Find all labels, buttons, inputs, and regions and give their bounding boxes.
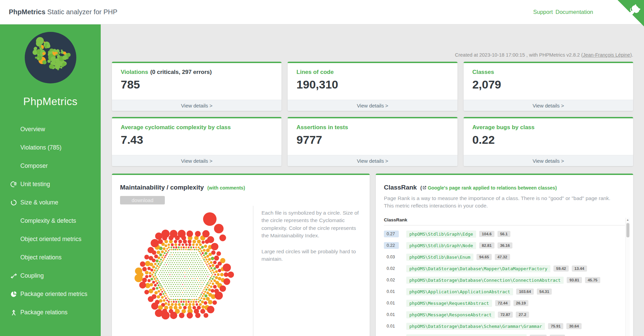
bubble-chart-wrap (120, 206, 253, 336)
sidebar-item-icon (10, 217, 18, 224)
stat-card-title: Assertions in tests (296, 124, 348, 131)
maintainability-title-row: Maintainability / complexity (with comme… (120, 184, 362, 191)
view-details-link[interactable]: View details > (288, 155, 457, 166)
stat-card: Average cyclomatic complexity by class 7… (112, 117, 281, 166)
classrank-class-link[interactable]: phpOMS\Application\ApplicationAbstract (406, 288, 513, 295)
classrank-metric-2: 26.19 (513, 300, 529, 306)
stat-card-value: 0.22 (472, 133, 624, 146)
classrank-row: 0.01 phpOMS\Application\ApplicationAbstr… (384, 288, 625, 295)
stat-card-title: Violations (121, 69, 148, 75)
classrank-table-header: ClassRank (384, 217, 625, 225)
classrank-metric-2: 56.1 (497, 231, 510, 237)
sidebar-item[interactable]: Unit testing (0, 175, 101, 193)
classrank-metric-2: 54.31 (537, 289, 552, 295)
merge-arrows-icon (10, 272, 18, 279)
classrank-class-link[interactable]: phpOMS\DataStorage\Database\Connection\C… (406, 277, 564, 284)
sidebar-item-icon (10, 125, 18, 133)
view-details-link[interactable]: View details > (112, 155, 281, 166)
sidebar-item-label: Violations (785) (20, 144, 61, 151)
maintainability-body: Each file is symbolized by a circle. Siz… (120, 206, 362, 336)
sidebar-item-label: Complexity & defects (20, 217, 76, 224)
sidebar-item[interactable]: Complexity & defects (0, 212, 101, 230)
scrollbar-up-arrow[interactable]: ▲ (626, 218, 630, 222)
view-details-link[interactable]: View details > (464, 100, 633, 111)
classrank-class-link[interactable]: phpOMS\Message\ResponseAbstract (406, 311, 495, 318)
top-nav: Support Documentation (533, 9, 593, 15)
brand: PhpMetrics Static analyzer for PHP (9, 8, 117, 16)
brand-tagline: Static analyzer for PHP (45, 8, 117, 16)
classrank-metric-1: 93.81 (567, 277, 582, 283)
classrank-row: 0.02 phpOMS\DataStorage\Database\Mapper\… (384, 265, 625, 272)
main-content: Created at 2023-10-18 17:00:15 , with PH… (101, 24, 644, 336)
sidebar-item-label: Size & volume (20, 199, 58, 206)
sidebar-item[interactable]: Violations (785) (0, 138, 101, 157)
sidebar-item[interactable]: Overview (0, 120, 101, 138)
classrank-metric-1: 75.91 (548, 323, 563, 329)
maintainability-card: Maintainability / complexity (with comme… (112, 174, 370, 336)
classrank-rank: 0.01 (384, 300, 399, 307)
classrank-rank: 0.01 (384, 323, 399, 330)
split-arrow-icon (10, 309, 18, 316)
author-link[interactable]: Jean-François Lépine (583, 52, 630, 58)
stat-card: Lines of code 190,310 View details > (288, 62, 457, 111)
classrank-class-link[interactable]: phpOMS\DataStorage\Database\Schema\Gramm… (406, 323, 545, 330)
sidebar-item[interactable]: Package oriented metrics (0, 285, 101, 303)
sidebar-item-label: Object oriented metrics (20, 236, 81, 243)
stat-card-value: 190,310 (296, 78, 448, 91)
dashed-circle-icon (10, 199, 18, 206)
sidebar-item[interactable]: Coupling (0, 266, 101, 285)
sidebar-item[interactable]: Object oriented metrics (0, 230, 101, 248)
classrank-rank: 0.27 (384, 231, 399, 237)
support-link[interactable]: Support (533, 9, 553, 15)
sidebar-item[interactable]: Package relations (0, 303, 101, 321)
created-at-line: Created at 2023-10-18 17:00:15 , with PH… (112, 52, 633, 58)
external-link-icon (422, 185, 427, 191)
sidebar-item[interactable]: Size & volume (0, 193, 101, 212)
sidebar-item-label: Package relations (20, 309, 67, 316)
classrank-metric-1: 72.87 (498, 312, 513, 318)
github-corner-ribbon-icon[interactable] (618, 0, 644, 26)
classrank-card: ClassRank (Google's page rank applied to… (376, 174, 633, 336)
view-details-link[interactable]: View details > (112, 100, 281, 111)
classrank-class-link[interactable]: phpOMS\Message\RequestAbstract (406, 300, 492, 307)
view-details-link[interactable]: View details > (288, 100, 457, 111)
classrank-row: 0.03 phpOMS\Stdlib\Base\Enum 94.65 47.32 (384, 254, 625, 261)
sidebar-item-label: Package oriented metrics (20, 291, 87, 298)
maintainability-bubble-chart (126, 208, 247, 331)
classrank-metric-1: 59.42 (553, 265, 569, 272)
sidebar-item[interactable]: Composer (0, 157, 101, 175)
stat-card-value: 7.43 (121, 133, 273, 146)
classrank-scrollbar[interactable]: ▲ (625, 218, 630, 336)
sidebar-item-icon (10, 254, 18, 261)
maintainability-description: Each file is symbolized by a circle. Siz… (253, 206, 362, 336)
created-at-suffix: ). (630, 52, 633, 58)
classrank-row: 0.01 phpOMS\Message\ResponseAbstract 72.… (384, 311, 625, 318)
pagerank-doc-link[interactable]: Google's page rank applied to relations … (428, 185, 557, 191)
classrank-class-link[interactable]: phpOMS\DataStorage\Database\Mapper\DataM… (406, 265, 550, 272)
classrank-metric-2: 47.32 (495, 254, 510, 260)
classrank-class-link[interactable]: phpOMS\DataStorage\Database\BuilderAbstr… (406, 334, 527, 336)
sidebar-item-label: Composer (20, 162, 48, 170)
classrank-rank: 0.02 (384, 265, 399, 272)
classrank-rank: 0.01 (384, 288, 399, 295)
classrank-class-link[interactable]: phpOMS\Stdlib\Graph\Node (406, 242, 476, 249)
sidebar-item[interactable]: Object relations (0, 248, 101, 266)
documentation-link[interactable]: Documentation (555, 9, 593, 15)
sidebar-item-icon (10, 162, 18, 170)
stat-card: Violations(0 criticals, 297 errors) 785 … (112, 62, 281, 111)
maintainability-title: Maintainability / complexity (120, 184, 204, 191)
classrank-class-link[interactable]: phpOMS\Stdlib\Graph\Edge (406, 231, 476, 238)
classrank-metric-1: 72.44 (495, 300, 510, 306)
sidebar-menu: Overview Violations (785) Composer Unit … (0, 120, 101, 321)
stat-card-title: Classes (472, 69, 494, 75)
flask-icon (10, 180, 18, 188)
stat-card-subtitle: (0 criticals, 297 errors) (150, 69, 212, 75)
classrank-title: ClassRank (384, 184, 417, 191)
classrank-class-link[interactable]: phpOMS\Stdlib\Base\Enum (406, 254, 473, 261)
view-details-link[interactable]: View details > (464, 155, 633, 166)
classrank-row: 0.01 phpOMS\Message\RequestAbstract 72.4… (384, 300, 625, 307)
download-button[interactable]: download (120, 196, 165, 204)
sidebar-item-icon (10, 235, 18, 243)
scrollbar-thumb[interactable] (626, 223, 629, 237)
classrank-metric-1: 110.31 (530, 335, 547, 336)
